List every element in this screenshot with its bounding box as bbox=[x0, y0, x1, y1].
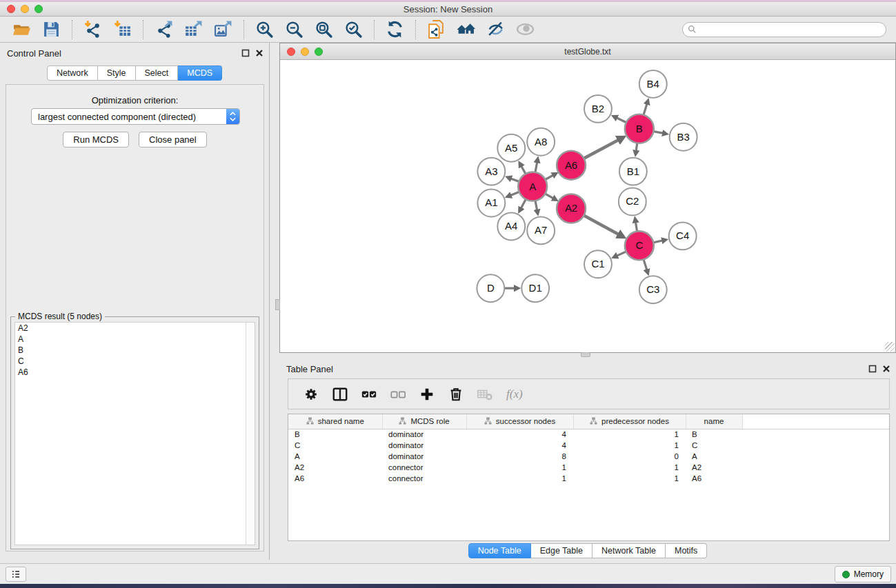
table-cell[interactable]: connector bbox=[382, 462, 466, 473]
table-cell[interactable]: 1 bbox=[466, 462, 573, 473]
table-cell[interactable]: 4 bbox=[466, 440, 573, 451]
table-cell[interactable]: C bbox=[288, 440, 382, 451]
open-session-icon[interactable] bbox=[12, 20, 31, 39]
col-header-shared-name[interactable]: shared name bbox=[288, 414, 382, 429]
toggle-visibility-icon[interactable] bbox=[486, 20, 505, 39]
tab-node-table[interactable]: Node Table bbox=[468, 543, 531, 558]
col-header-mcds-role[interactable]: MCDS role bbox=[382, 414, 466, 429]
zoom-out-icon[interactable] bbox=[285, 20, 303, 39]
import-network-icon[interactable] bbox=[83, 20, 102, 39]
graph-node-label: B4 bbox=[647, 78, 659, 90]
table-cell[interactable]: B bbox=[686, 429, 742, 440]
search-box[interactable] bbox=[682, 22, 886, 37]
result-scrollbar[interactable] bbox=[246, 323, 255, 545]
table-cell[interactable]: dominator bbox=[382, 429, 466, 440]
table-settings-gear-icon[interactable] bbox=[303, 386, 319, 403]
table-cell[interactable]: 1 bbox=[573, 473, 686, 484]
mcds-result-item[interactable]: C bbox=[15, 356, 255, 367]
mcds-result-item[interactable]: A bbox=[15, 334, 255, 345]
tab-select[interactable]: Select bbox=[136, 65, 179, 81]
row-filler bbox=[742, 451, 889, 462]
export-table-icon[interactable] bbox=[184, 20, 203, 39]
table-cell[interactable]: A bbox=[686, 451, 742, 462]
graph-node-label: A3 bbox=[485, 165, 497, 177]
export-network-icon[interactable] bbox=[155, 20, 173, 39]
close-panel-icon[interactable] bbox=[255, 49, 263, 57]
close-panel-button[interactable]: Close panel bbox=[139, 132, 207, 148]
table-cell[interactable]: dominator bbox=[382, 451, 466, 462]
close-table-panel-icon[interactable] bbox=[882, 365, 890, 373]
tab-network-table[interactable]: Network Table bbox=[593, 543, 666, 558]
table-cell[interactable]: 4 bbox=[466, 429, 573, 440]
add-column-icon[interactable] bbox=[419, 386, 435, 403]
table-cell[interactable]: A bbox=[288, 451, 382, 462]
graph-node-label: C bbox=[635, 239, 643, 251]
horizontal-divider-grip[interactable] bbox=[581, 352, 590, 357]
zoom-selected-icon[interactable] bbox=[344, 20, 363, 39]
mcds-result-item[interactable]: B bbox=[15, 345, 255, 356]
table-cell[interactable]: 1 bbox=[466, 473, 573, 484]
table-cell[interactable]: A6 bbox=[686, 473, 742, 484]
main-toolbar-icons bbox=[7, 17, 540, 42]
table-cell[interactable]: 1 bbox=[573, 440, 686, 451]
table-cell[interactable]: A2 bbox=[288, 462, 382, 473]
column-layout-icon[interactable] bbox=[332, 386, 348, 403]
select-all-checkbox-icon[interactable] bbox=[361, 386, 377, 403]
table-cell[interactable]: 0 bbox=[573, 451, 686, 462]
table-cell[interactable]: A2 bbox=[686, 462, 742, 473]
delete-table-icon bbox=[477, 386, 493, 403]
table-cell[interactable]: B bbox=[288, 429, 382, 440]
tab-style[interactable]: Style bbox=[98, 65, 136, 81]
table-cell[interactable]: A6 bbox=[288, 473, 382, 484]
graph-node-label: B3 bbox=[677, 131, 690, 143]
vertical-divider-grip[interactable] bbox=[275, 299, 280, 310]
table-cell[interactable]: 1 bbox=[573, 462, 686, 473]
table-row[interactable]: A2connector11A2 bbox=[288, 462, 889, 473]
float-panel-icon[interactable] bbox=[241, 49, 250, 57]
zoom-fit-icon[interactable] bbox=[315, 20, 333, 39]
table-row[interactable]: Adominator80A bbox=[288, 451, 889, 462]
control-panel: Control Panel NetworkStyleSelectMCDS Opt… bbox=[0, 43, 270, 560]
memory-status-icon bbox=[842, 571, 850, 578]
task-history-button[interactable] bbox=[6, 567, 26, 582]
resize-grip-icon[interactable] bbox=[885, 342, 895, 352]
search-input[interactable] bbox=[697, 23, 886, 36]
col-header-name[interactable]: name bbox=[686, 414, 742, 429]
table-row[interactable]: A6connector11A6 bbox=[288, 473, 889, 484]
table-cell[interactable]: C bbox=[686, 440, 742, 451]
memory-button[interactable]: Memory bbox=[835, 566, 891, 582]
float-table-panel-icon[interactable] bbox=[868, 365, 877, 373]
tab-network[interactable]: Network bbox=[47, 65, 98, 81]
refresh-icon[interactable] bbox=[386, 20, 404, 39]
criterion-dropdown[interactable]: largest connected component (directed) bbox=[31, 108, 240, 125]
col-header-predecessor-nodes[interactable]: predecessor nodes bbox=[573, 414, 686, 429]
tab-edge-table[interactable]: Edge Table bbox=[531, 543, 593, 558]
table-cell[interactable]: connector bbox=[382, 473, 466, 484]
mcds-result-list[interactable]: A2ABCA6 bbox=[14, 322, 255, 545]
table-row[interactable]: Cdominator41C bbox=[288, 440, 889, 451]
toolbar-separator bbox=[143, 20, 143, 39]
home-view-icon[interactable] bbox=[457, 20, 475, 39]
tab-mcds[interactable]: MCDS bbox=[178, 65, 222, 81]
graph-node-label: B2 bbox=[592, 103, 604, 114]
table-row[interactable]: Bdominator41B bbox=[288, 429, 889, 440]
network-canvas[interactable]: AA1A3A5A8A4A7A6A2BB2B4B3B1CC2C4C1C3DD1 bbox=[280, 61, 895, 352]
tab-motifs[interactable]: Motifs bbox=[666, 543, 707, 558]
mcds-result-item[interactable]: A2 bbox=[15, 323, 255, 334]
graph-node-label: A7 bbox=[535, 224, 547, 236]
run-mcds-button[interactable]: Run MCDS bbox=[63, 132, 129, 148]
save-session-icon[interactable] bbox=[42, 20, 61, 39]
col-header-successor-nodes[interactable]: successor nodes bbox=[466, 414, 573, 429]
graph-node-label: A2 bbox=[565, 202, 577, 214]
table-cell[interactable]: 8 bbox=[466, 451, 573, 462]
deselect-all-checkbox-icon[interactable] bbox=[390, 386, 406, 403]
clone-network-icon[interactable] bbox=[427, 20, 446, 39]
import-table-icon[interactable] bbox=[113, 20, 132, 39]
zoom-in-icon[interactable] bbox=[255, 20, 274, 39]
graph-node-label: B1 bbox=[627, 165, 639, 177]
export-image-icon[interactable] bbox=[214, 20, 232, 39]
mcds-result-item[interactable]: A6 bbox=[15, 367, 255, 378]
table-cell[interactable]: dominator bbox=[382, 440, 466, 451]
table-cell[interactable]: 1 bbox=[573, 429, 686, 440]
delete-column-icon[interactable] bbox=[448, 386, 464, 403]
